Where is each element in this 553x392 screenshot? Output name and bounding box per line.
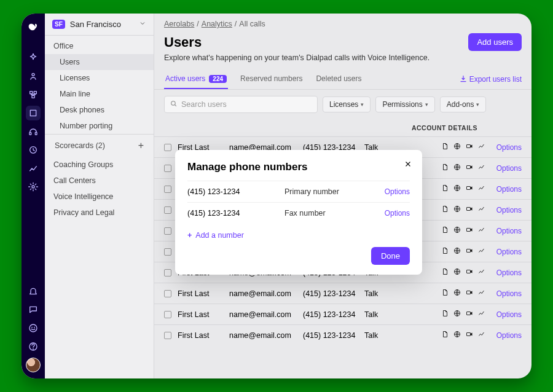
headset-icon[interactable] (26, 124, 41, 139)
trend-icon (478, 143, 485, 152)
row-checkbox[interactable] (164, 332, 171, 339)
sidebar-item-users[interactable]: Users (45, 54, 154, 70)
phone-row: (415) 123-1234 Fax number Options (187, 202, 410, 224)
svg-point-10 (32, 327, 33, 327)
video-icon (466, 226, 473, 235)
sidebar-item-callcenters[interactable]: Call Centers (45, 173, 154, 189)
row-email: name@email.com (229, 310, 303, 319)
done-button[interactable]: Done (371, 247, 410, 265)
svg-rect-28 (466, 270, 470, 273)
section-scorecards[interactable]: Scorecards (2) + (45, 134, 154, 157)
sidebar-item-privacy[interactable]: Privacy and Legal (45, 205, 154, 221)
table-row[interactable]: First Last name@email.com (415) 123-1234… (154, 324, 531, 345)
close-button[interactable] (402, 160, 414, 171)
sidebar-item-mainline[interactable]: Main line (45, 86, 154, 102)
org-icon[interactable] (26, 87, 41, 102)
workspace-name: San Francisco (70, 20, 134, 29)
person-icon[interactable] (26, 69, 41, 84)
row-phone: (415) 123-1234 (303, 310, 364, 319)
filter-licenses[interactable]: Licenses▾ (323, 96, 371, 112)
row-options-link[interactable]: Options (496, 227, 522, 235)
manage-phone-numbers-dialog: Manage phone numbers (415) 123-1234 Prim… (175, 150, 422, 275)
tab-deleted-users[interactable]: Deleted users (315, 69, 363, 89)
svg-rect-26 (466, 249, 470, 253)
sidebar-item-deskphones[interactable]: Desk phones (45, 102, 154, 118)
search-input[interactable]: Search users (164, 96, 318, 113)
document-icon (441, 289, 449, 298)
svg-point-0 (32, 73, 34, 76)
workspace-switcher[interactable]: SF San Francisco (45, 14, 154, 36)
grid-icon[interactable] (26, 106, 41, 120)
row-checkbox[interactable] (164, 227, 171, 235)
row-options-link[interactable]: Options (496, 310, 522, 319)
row-options-link[interactable]: Options (496, 248, 522, 256)
history-icon[interactable] (26, 143, 41, 157)
settings-gear-icon[interactable] (26, 179, 41, 194)
video-icon (466, 289, 473, 298)
add-users-button[interactable]: Add users (468, 33, 522, 51)
bell-icon[interactable] (26, 284, 41, 299)
globe-icon (453, 163, 461, 173)
phone-number: (415) 123-1234 (187, 209, 284, 218)
phone-options-link[interactable]: Options (385, 187, 410, 196)
crumb-aerolabs[interactable]: Aerolabs (164, 20, 194, 28)
row-options-link[interactable]: Options (496, 185, 522, 194)
svg-rect-20 (466, 187, 470, 190)
chat-icon[interactable] (26, 302, 41, 317)
user-avatar[interactable] (26, 358, 41, 372)
add-number-link[interactable]: + Add a number (187, 224, 410, 240)
sparkle-icon[interactable] (26, 50, 41, 65)
smile-icon[interactable] (26, 321, 41, 335)
export-users-link[interactable]: Export users list (460, 75, 522, 84)
tab-active-users[interactable]: Active users 224 (164, 69, 228, 89)
trend-icon (478, 289, 485, 298)
row-checkbox[interactable] (164, 311, 171, 318)
row-checkbox[interactable] (164, 165, 171, 172)
row-options-link[interactable]: Options (496, 164, 522, 173)
phone-options-link[interactable]: Options (385, 209, 410, 218)
svg-rect-5 (29, 132, 31, 135)
trend-icon (478, 268, 485, 277)
crumb-analytics[interactable]: Analytics (202, 20, 232, 28)
sidebar-item-voiceintel[interactable]: Voice Intelligence (45, 189, 154, 205)
row-checkbox[interactable] (164, 290, 171, 297)
row-options-link[interactable]: Options (496, 289, 522, 298)
svg-point-14 (171, 101, 176, 106)
app-logo-icon[interactable] (26, 20, 41, 34)
download-icon (460, 75, 467, 84)
table-row[interactable]: First Last name@email.com (415) 123-1234… (154, 283, 531, 304)
row-checkbox[interactable] (164, 206, 171, 214)
row-name: First Last (178, 289, 229, 298)
phone-type: Fax number (284, 209, 385, 218)
plus-icon[interactable]: + (138, 140, 144, 151)
row-options-link[interactable]: Options (496, 331, 522, 340)
phone-type: Primary number (284, 187, 385, 196)
table-row[interactable]: First Last name@email.com (415) 123-1234… (154, 304, 531, 324)
filter-permissions[interactable]: Permissions▾ (375, 96, 434, 112)
row-checkbox[interactable] (164, 248, 171, 256)
svg-rect-18 (466, 166, 470, 169)
row-checkbox[interactable] (164, 269, 171, 276)
svg-rect-6 (35, 132, 37, 135)
analytics-icon[interactable] (26, 161, 41, 176)
search-placeholder: Search users (181, 100, 227, 109)
globe-icon (453, 184, 461, 194)
row-checkbox[interactable] (164, 186, 171, 193)
row-options-link[interactable]: Options (496, 143, 522, 152)
row-icons (441, 143, 485, 152)
video-icon (466, 268, 473, 277)
trend-icon (478, 226, 485, 235)
document-icon (441, 310, 449, 319)
row-checkbox[interactable] (164, 144, 171, 151)
tab-reserved-numbers[interactable]: Reserved numbers (239, 69, 304, 89)
sidebar-item-coaching[interactable]: Coaching Groups (45, 157, 154, 173)
sidebar-item-numberporting[interactable]: Number porting (45, 118, 154, 134)
sidebar-item-licenses[interactable]: Licenses (45, 70, 154, 86)
add-number-label: Add a number (195, 231, 244, 240)
trend-icon (478, 331, 485, 340)
help-icon[interactable] (26, 339, 41, 354)
filter-addons[interactable]: Add-ons▾ (440, 96, 487, 112)
row-name: First Last (178, 331, 229, 340)
row-options-link[interactable]: Options (496, 269, 522, 277)
row-options-link[interactable]: Options (496, 206, 522, 214)
